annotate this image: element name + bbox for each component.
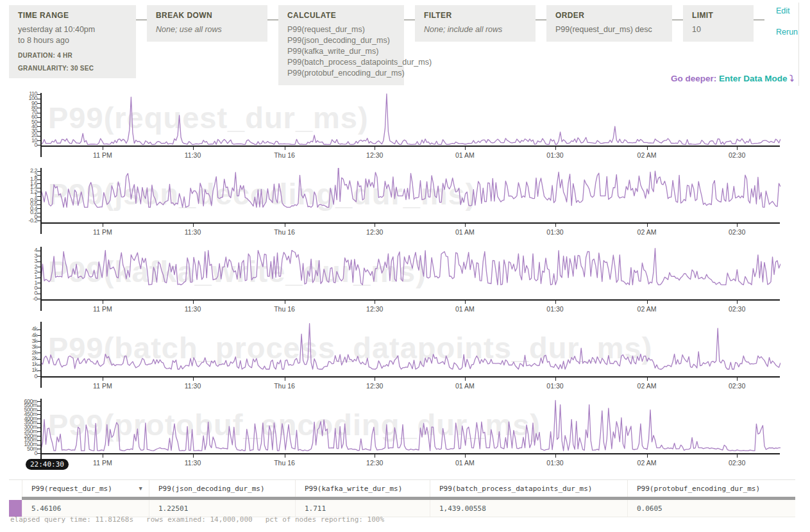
y-axis-tick bbox=[37, 299, 40, 299]
chart-json_decoding_dur_ms[interactable]: P99(json_decoding_dur_ms)2.221.81.61.41.… bbox=[0, 168, 810, 243]
chart-line-svg[interactable] bbox=[41, 399, 780, 453]
y-axis-tick bbox=[37, 365, 40, 365]
x-axis-tick bbox=[193, 224, 194, 227]
rerun-button[interactable]: Rerun bbox=[776, 28, 798, 37]
query-stat: rows examined: 14,000,000 bbox=[146, 515, 253, 524]
table-column-header[interactable]: P99(kafka_write_dur_ms) bbox=[295, 480, 430, 497]
chart-batch_process_datapoints_dur_ms[interactable]: P99(batch_process_datapoints_dur_ms)4k4k… bbox=[0, 322, 810, 397]
x-axis-tick bbox=[375, 454, 375, 458]
chart-plot-area[interactable]: P99(request_dur_ms) bbox=[0, 93, 810, 145]
y-axis-tick bbox=[37, 428, 40, 428]
chart-request_dur_ms[interactable]: P99(request_dur_ms)110100908070605040302… bbox=[0, 93, 810, 166]
x-axis-tick-label: Thu 16 bbox=[274, 151, 295, 159]
enter-data-mode-link[interactable]: Enter Data Mode bbox=[719, 74, 788, 83]
chart-line-svg[interactable] bbox=[41, 168, 780, 222]
x-axis-tick bbox=[285, 378, 285, 381]
chart-plot-area[interactable]: P99(kafka_write_dur_ms) bbox=[0, 247, 810, 299]
x-axis-tick-label: 11 PM bbox=[93, 305, 112, 313]
y-axis-tick bbox=[37, 335, 40, 336]
x-axis-tick bbox=[465, 454, 466, 458]
y-axis-tick bbox=[37, 213, 40, 213]
go-deeper: Go deeper: Enter Data Mode ⤵ bbox=[671, 74, 794, 83]
panel-calculate[interactable]: CALCULATE P99(request_dur_ms)P99(json_de… bbox=[278, 5, 404, 85]
query-stats: elapsed query time: 11.81268srows examin… bbox=[10, 515, 397, 524]
panel-order[interactable]: ORDER P99(request_dur_ms) desc bbox=[546, 5, 672, 42]
chart-plot-area[interactable]: P99(batch_process_datapoints_dur_ms) bbox=[0, 322, 810, 376]
x-axis-tick bbox=[375, 301, 375, 304]
x-axis-tick-label: 01 AM bbox=[455, 459, 475, 467]
y-axis-tick bbox=[37, 192, 40, 192]
y-axis-tick bbox=[37, 294, 40, 294]
chart-kafka_write_dur_ms[interactable]: P99(kafka_write_dur_ms)433221100-011 PM1… bbox=[0, 247, 810, 320]
panel-connector bbox=[672, 19, 683, 21]
chart-line-svg[interactable] bbox=[41, 247, 780, 299]
y-axis-tick bbox=[37, 200, 40, 201]
y-axis-tick bbox=[37, 94, 40, 95]
y-axis-tick bbox=[37, 267, 40, 267]
chart-plot-area[interactable]: P99(json_decoding_dur_ms) bbox=[0, 168, 810, 222]
panel-break-down[interactable]: BREAK DOWN None; use all rows bbox=[147, 5, 267, 42]
y-axis-tick-label: 0 bbox=[20, 142, 37, 148]
x-axis-tick-label: 01 AM bbox=[455, 382, 475, 390]
table-cell: 5.46106 bbox=[22, 500, 149, 517]
chart-line-svg[interactable] bbox=[41, 93, 780, 145]
table-column-label: P99(batch_process_datapoints_dur_ms) bbox=[439, 485, 592, 493]
y-axis-tick bbox=[37, 108, 40, 108]
x-axis-tick-label: 12:30 bbox=[366, 151, 383, 159]
x-axis-tick bbox=[465, 147, 466, 150]
y-axis-tick bbox=[37, 440, 40, 441]
table-column-label: P99(request_dur_ms) bbox=[31, 485, 112, 493]
x-axis-tick bbox=[465, 301, 466, 304]
x-axis-tick bbox=[193, 454, 194, 458]
x-axis-tick-label: 02:30 bbox=[729, 228, 745, 236]
x-axis-tick-label: 11 PM bbox=[93, 382, 112, 390]
x-axis-tick bbox=[375, 378, 375, 381]
y-axis-tick bbox=[37, 329, 40, 330]
edit-button[interactable]: Edit bbox=[776, 6, 798, 15]
y-axis-tick bbox=[37, 145, 40, 145]
x-axis-line bbox=[40, 222, 780, 224]
x-axis-tick-label: 01:30 bbox=[546, 459, 563, 467]
table-column-header[interactable]: P99(batch_process_datapoints_dur_ms) bbox=[430, 480, 627, 497]
chart-line-svg[interactable] bbox=[41, 322, 780, 376]
table-column-header[interactable]: P99(json_decoding_dur_ms) bbox=[149, 480, 295, 497]
time-range-line2: to 8 hours ago bbox=[18, 35, 127, 46]
x-axis-tick-label: Thu 16 bbox=[274, 382, 295, 390]
panel-limit[interactable]: LIMIT 10 bbox=[683, 5, 754, 42]
x-axis-tick bbox=[375, 224, 375, 227]
panel-time-range[interactable]: TIME RANGE yesterday at 10:40pm to 8 hou… bbox=[9, 5, 136, 78]
x-axis-tick-label: 12:30 bbox=[366, 459, 383, 467]
y-axis-tick bbox=[37, 431, 40, 432]
y-axis-tick bbox=[37, 196, 40, 197]
table-cell: 0.0605 bbox=[627, 500, 795, 517]
chart-protobuf_encoding_dur_ms[interactable]: P99(protobuf_encoding_dur_ms)600m550m500… bbox=[0, 399, 810, 474]
query-stat: pct of nodes reporting: 100% bbox=[266, 515, 384, 524]
x-axis-tick bbox=[103, 301, 103, 304]
calculate-item: P99(kafka_write_dur_ms) bbox=[287, 46, 395, 57]
sort-desc-icon: ▼ bbox=[139, 485, 142, 492]
x-axis-tick-label: 11 PM bbox=[93, 459, 112, 467]
crosshair-time-tooltip: 22:40:30 bbox=[26, 459, 69, 470]
chart-plot-area[interactable]: P99(protobuf_encoding_dur_ms) bbox=[0, 399, 810, 453]
calculate-item: P99(request_dur_ms) bbox=[287, 24, 395, 35]
x-axis-tick-label: Thu 16 bbox=[274, 228, 295, 236]
x-axis-tick-label: 12:30 bbox=[366, 382, 383, 390]
table-row[interactable]: 5.461061.225011.7111,439.005580.0605 bbox=[9, 500, 795, 517]
table-column-label: P99(protobuf_encoding_dur_ms) bbox=[637, 485, 760, 493]
x-axis-tick-label: 11:30 bbox=[185, 382, 201, 390]
table-column-label: P99(json_decoding_dur_ms) bbox=[158, 485, 265, 493]
calculate-items: P99(request_dur_ms)P99(json_decoding_dur… bbox=[287, 24, 395, 79]
panel-filter[interactable]: FILTER None; include all rows bbox=[415, 5, 536, 42]
series-color-swatch bbox=[9, 500, 22, 517]
order-value: P99(request_dur_ms) desc bbox=[555, 24, 663, 35]
table-column-header[interactable]: P99(protobuf_encoding_dur_ms) bbox=[627, 480, 795, 497]
table-column-header[interactable]: P99(request_dur_ms)▼ bbox=[22, 480, 149, 497]
y-axis-tick-label: 0 bbox=[20, 451, 37, 456]
x-axis-line bbox=[40, 453, 780, 454]
y-axis-line bbox=[40, 399, 42, 465]
filter-value: None; include all rows bbox=[424, 24, 527, 35]
x-axis-tick bbox=[647, 147, 648, 150]
x-axis-tick-label: 01:30 bbox=[546, 305, 563, 313]
y-axis-tick bbox=[37, 288, 40, 288]
x-axis-tick-label: 02:30 bbox=[729, 151, 745, 159]
